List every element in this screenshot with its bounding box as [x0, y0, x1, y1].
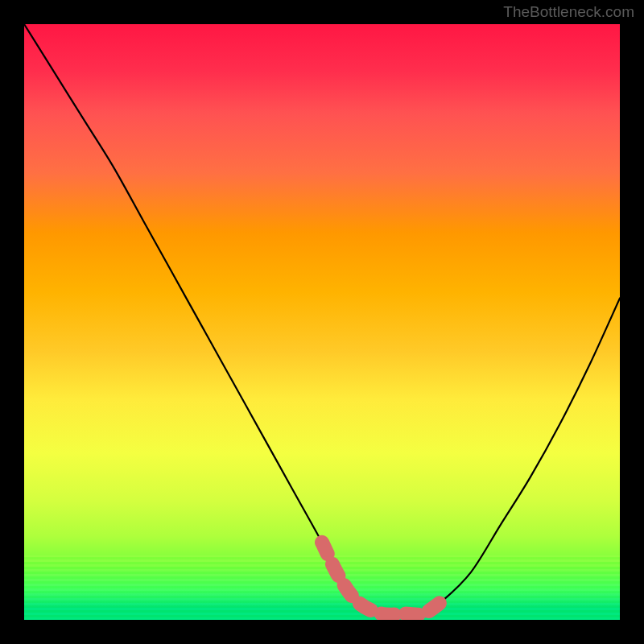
chart-container: TheBottleneck.com	[0, 0, 644, 644]
chart-svg	[24, 24, 620, 620]
highlight-band	[322, 543, 441, 615]
watermark-text: TheBottleneck.com	[503, 3, 634, 21]
curve-line	[24, 24, 620, 615]
plot-area	[24, 24, 620, 620]
